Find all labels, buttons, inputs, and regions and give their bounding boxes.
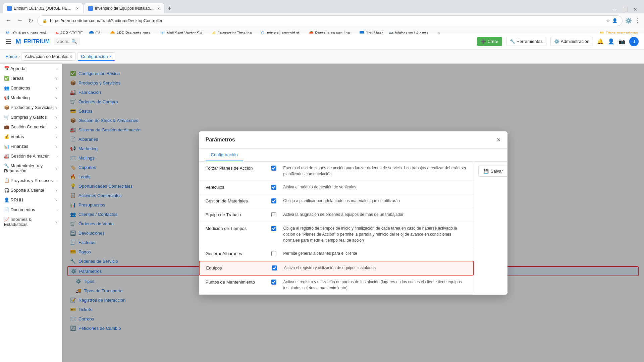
save-button[interactable]: 💾 Salvar [478, 166, 507, 177]
sidebar-item-rrhh[interactable]: 👤 RRHH ∨ [0, 195, 62, 205]
minimize-button[interactable]: — [611, 5, 618, 13]
tab-title-1: Eritrium 16.14.02 (JORGE HERRER... [14, 6, 74, 11]
sidebar-item-finanzas[interactable]: 📊 Finanzas ∨ [0, 141, 62, 151]
breadcrumb-tab-2[interactable]: Configuración × [77, 52, 115, 61]
param-check-7 [271, 279, 278, 286]
profile-icon[interactable]: 👤 [612, 18, 618, 23]
sidebar-item-marketing[interactable]: 📢 Marketing ∨ [0, 93, 62, 103]
chevron-tareas: ∨ [55, 76, 58, 80]
sidebar-item-tareas[interactable]: ✅ Tareas ∨ [0, 73, 62, 83]
user-icon[interactable]: 👤 [608, 38, 614, 45]
chevron-mantenimiento: ∨ [55, 166, 58, 171]
breadcrumb-tab-1[interactable]: Activación de Módulos × [21, 52, 76, 61]
sidebar-item-compras[interactable]: 🛒 Compras y Gastos ∨ [0, 112, 62, 122]
crear-button[interactable]: ➕ Crear [477, 37, 502, 46]
forward-button[interactable]: → [15, 16, 24, 25]
sidebar-label-comercial: 💼 Gestión Comercial [4, 124, 47, 129]
param-checkbox-0[interactable] [271, 166, 276, 171]
crear-label: Crear [487, 39, 498, 44]
sidebar-label-informes: 📈 Informes & Estadísticas [4, 217, 55, 227]
sidebar-label-marketing: 📢 Marketing [4, 95, 30, 100]
close-window-button[interactable]: ✕ [632, 5, 639, 13]
sidebar-item-documentos[interactable]: 📄 Documentos › [0, 205, 62, 215]
modal-tab-configuracion[interactable]: Configuración [206, 149, 243, 161]
param-check-4 [271, 225, 278, 232]
sidebar-item-mantenimiento[interactable]: 🔧 Mantenimiento y Reparación ∨ [0, 161, 62, 176]
maximize-button[interactable]: ⬜ [621, 5, 629, 13]
param-checkbox-5[interactable] [271, 251, 276, 256]
app-layout: ☰ M ERITRIUM Zoom. 🔍 ➕ Crear 🔧 Herramien… [0, 34, 644, 362]
chevron-finanzas: ∨ [55, 144, 58, 148]
sidebar-item-almacen[interactable]: 🏭 Gestión de Almacén › [0, 151, 62, 161]
chevron-productos: ∨ [55, 105, 58, 110]
breadcrumb-home[interactable]: Home [5, 54, 17, 59]
breadcrumb-tab-2-label: Configuración × [81, 54, 111, 59]
sidebar-item-comercial[interactable]: 💼 Gestión Comercial ∨ [0, 122, 62, 132]
modal-header: Parámetros × [199, 131, 507, 149]
lock-icon: 🔒 [42, 18, 47, 23]
sidebar-item-proyectos[interactable]: 📋 Proyectos y Procesos › [0, 176, 62, 185]
param-name-0: Forzar Planes de Acción [206, 165, 266, 171]
param-checkbox-7[interactable] [271, 280, 276, 285]
param-checkbox-6[interactable] [272, 265, 277, 270]
param-desc-7: Activa el registro y utilización de punt… [283, 279, 467, 291]
browser-tab-2[interactable]: Inventario de Equipos INstalados... × [84, 3, 164, 13]
save-label: Salvar [491, 169, 503, 174]
settings-area: ✅ Configuración Básica 📦 Productos y Ser… [62, 64, 644, 362]
param-row-6: EquiposActiva el registro y utilización … [199, 261, 474, 276]
address-bar[interactable]: 🔒 ☆ 👤 [37, 15, 623, 26]
param-row-1: VehículosActiva el módulo de gestión de … [199, 181, 474, 194]
menu-icon[interactable]: ⋮ [635, 17, 640, 24]
param-name-5: Generar Albaranes [206, 250, 266, 256]
tab-bar: Eritrium 16.14.02 (JORGE HERRER... × Inv… [0, 0, 644, 13]
param-desc-6: Activa el registro y utilización de equi… [284, 265, 467, 271]
url-input[interactable] [50, 18, 603, 23]
search-bar[interactable]: Zoom. 🔍 [54, 38, 80, 45]
refresh-button[interactable]: ↻ [27, 16, 35, 26]
chevron-ventas: ∨ [55, 134, 58, 139]
param-checkbox-4[interactable] [271, 226, 276, 231]
social-icon[interactable]: 📷 [619, 38, 625, 45]
hamburger-menu[interactable]: ☰ [5, 38, 11, 46]
search-label: Zoom. [57, 39, 69, 44]
top-bar-right: ➕ Crear 🔧 Herramientas ⚙️ Administración… [477, 37, 639, 46]
browser-tab-1[interactable]: Eritrium 16.14.02 (JORGE HERRER... × [3, 3, 83, 13]
param-checkbox-1[interactable] [271, 185, 276, 190]
bookmark-icon[interactable]: ☆ [606, 18, 610, 23]
sidebar-item-agenda[interactable]: 📅 Agenda › [0, 64, 62, 73]
nav-bar: ← → ↻ 🔒 ☆ 👤 ⚙️ ⋮ [0, 13, 644, 28]
herramientas-label: Herramientas [517, 39, 543, 44]
sidebar-label-tareas: ✅ Tareas [4, 76, 23, 81]
parametros-modal: Parámetros × Configuración [199, 131, 507, 295]
herramientas-button[interactable]: 🔧 Herramientas [506, 37, 546, 46]
notification-icon[interactable]: 🔔 [597, 38, 604, 45]
sidebar-label-mantenimiento: 🔧 Mantenimiento y Reparación [4, 163, 55, 173]
administracion-button[interactable]: ⚙️ Administración [550, 37, 593, 46]
modal-tabs: Configuración [199, 149, 507, 162]
sidebar-item-soporte[interactable]: 🎧 Soporte a Cliente ∨ [0, 185, 62, 195]
sidebar-item-productos[interactable]: 📦 Productos y Servicios ∨ [0, 103, 62, 112]
chevron-contactos: ∨ [55, 86, 58, 90]
main-wrapper: ☰ M ERITRIUM Zoom. 🔍 ➕ Crear 🔧 Herramien… [0, 34, 644, 362]
sidebar-item-ventas[interactable]: 💰 Ventas ∨ [0, 132, 62, 141]
param-checkbox-2[interactable] [271, 198, 276, 203]
profile-avatar[interactable]: J [629, 37, 639, 46]
crear-icon: ➕ [481, 39, 486, 44]
chevron-soporte: ∨ [55, 188, 58, 192]
new-tab-button[interactable]: + [165, 4, 174, 13]
modal-title: Parámetros [206, 137, 235, 143]
param-check-2 [271, 198, 278, 204]
back-button[interactable]: ← [4, 16, 13, 25]
param-desc-2: Obliga a planificar por adelantado los m… [283, 198, 467, 204]
extensions-icon[interactable]: ⚙️ [625, 17, 632, 24]
sidebar-item-contactos[interactable]: 👥 Contactos ∨ [0, 83, 62, 93]
sidebar-item-informes[interactable]: 📈 Informes & Estadísticas ∨ [0, 215, 62, 229]
sidebar-label-agenda: 📅 Agenda [4, 66, 25, 71]
tab-close-2[interactable]: × [157, 6, 160, 11]
tab-close-1[interactable]: × [76, 6, 79, 11]
modal-close-button[interactable]: × [497, 136, 501, 144]
param-checkbox-3[interactable] [271, 212, 276, 217]
modal-sidebar: 💾 Salvar [474, 162, 507, 295]
address-bar-icons: ☆ 👤 [606, 18, 618, 23]
param-check-0 [271, 165, 278, 172]
